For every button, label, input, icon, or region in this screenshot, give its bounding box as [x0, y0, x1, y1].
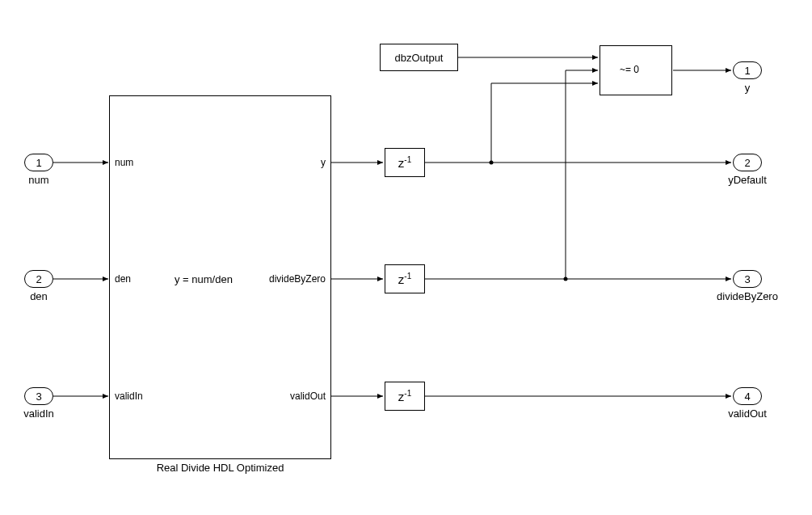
outport-dividebyzero[interactable]: 3	[733, 270, 762, 288]
block-delay-y[interactable]: z-1	[385, 148, 425, 177]
block-real-divide-hdl-optimized[interactable]: num den validIn y divideByZero validOut …	[109, 95, 331, 459]
block-delay-validout[interactable]: z-1	[385, 382, 425, 411]
block-port-label-num: num	[115, 157, 133, 168]
block-center-expression: y = num/den	[175, 273, 233, 285]
block-constant-dbzoutput-text: dbzOutput	[395, 52, 444, 64]
outport-ydefault[interactable]: 2	[733, 154, 762, 171]
outport-y-number: 1	[744, 65, 750, 77]
inport-num-label: num	[24, 174, 53, 186]
outport-y[interactable]: 1	[733, 61, 762, 79]
block-port-label-validout: validOut	[290, 390, 326, 402]
inport-den-number: 2	[36, 273, 41, 285]
delay-exp-2: -1	[404, 272, 411, 281]
block-switch[interactable]: ~= 0	[600, 45, 672, 95]
outport-validout[interactable]: 4	[733, 387, 762, 405]
block-switch-criteria: ~= 0	[620, 64, 639, 75]
delay-exp-3: -1	[404, 389, 411, 398]
outport-validout-label: validOut	[722, 407, 772, 420]
inport-validin-number: 3	[36, 390, 41, 403]
outport-dividebyzero-label: divideByZero	[711, 290, 784, 302]
outport-dividebyzero-number: 3	[744, 273, 750, 285]
block-port-label-y: y	[321, 157, 326, 168]
inport-den-label: den	[24, 290, 53, 302]
block-delay-dividebyzero[interactable]: z-1	[385, 264, 425, 293]
outport-y-label: y	[733, 82, 762, 94]
inport-validin[interactable]: 3	[24, 387, 53, 405]
simulink-canvas[interactable]: 1 num 2 den 3 validIn num den validIn y …	[0, 0, 812, 515]
inport-den[interactable]: 2	[24, 270, 53, 288]
delay-exp: -1	[404, 155, 411, 164]
inport-validin-label: validIn	[18, 407, 60, 420]
inport-num[interactable]: 1	[24, 154, 53, 171]
outport-ydefault-number: 2	[744, 157, 750, 169]
block-port-label-validin: validIn	[115, 390, 143, 402]
outport-validout-number: 4	[744, 390, 750, 403]
svg-point-7	[490, 161, 494, 165]
outport-ydefault-label: yDefault	[722, 174, 772, 186]
block-constant-dbzoutput[interactable]: dbzOutput	[380, 44, 458, 71]
svg-point-9	[564, 277, 568, 281]
block-port-label-dividebyzero: divideByZero	[269, 273, 326, 285]
block-port-label-den: den	[115, 273, 131, 285]
inport-num-number: 1	[36, 157, 41, 169]
block-real-divide-hdl-optimized-label: Real Divide HDL Optimized	[109, 462, 331, 474]
